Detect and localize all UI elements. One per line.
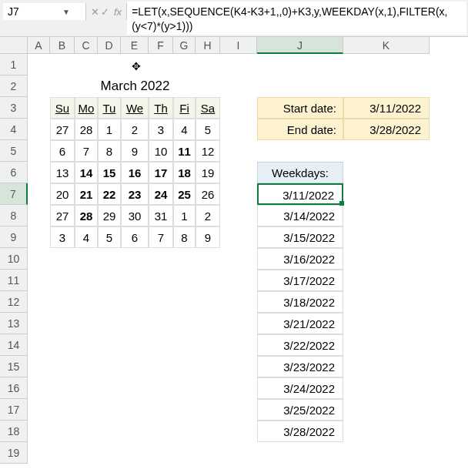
calendar-cell: 14 [75, 162, 98, 183]
col-header-J[interactable]: J [257, 37, 343, 54]
col-header-G[interactable]: G [173, 37, 196, 54]
calendar-cell: 8 [98, 140, 121, 162]
row-header-1[interactable]: 1 [0, 54, 28, 75]
name-box-input[interactable] [3, 5, 57, 18]
calendar-cell: 17 [149, 162, 173, 183]
calendar-cell: 13 [50, 162, 75, 183]
row-header-13[interactable]: 13 [0, 313, 28, 334]
calendar-cell: 6 [50, 140, 75, 162]
col-header-C[interactable]: C [75, 37, 98, 54]
calendar-dayhead-Su: Su [50, 97, 75, 119]
calendar-title: March 2022 [50, 75, 220, 97]
calendar-cell: 25 [173, 183, 196, 205]
calendar-cell: 15 [98, 162, 121, 183]
formula-input[interactable]: =LET(x,SEQUENCE(K4-K3+1,,0)+K3,y,WEEKDAY… [127, 2, 466, 35]
calendar-cell: 24 [149, 183, 173, 205]
accept-icon[interactable]: ✓ [101, 6, 109, 18]
calendar-cell: 8 [173, 226, 196, 248]
col-header-H[interactable]: H [196, 37, 220, 54]
calendar-cell: 16 [121, 162, 149, 183]
select-all-corner[interactable] [0, 37, 28, 54]
end-date-label: End date: [257, 119, 343, 140]
weekday-cell[interactable]: 3/24/2022 [257, 377, 343, 399]
col-header-D[interactable]: D [98, 37, 121, 54]
calendar-cell: 5 [98, 226, 121, 248]
weekday-cell[interactable]: 3/25/2022 [257, 399, 343, 421]
calendar-cell: 11 [173, 140, 196, 162]
cancel-icon[interactable]: ✕ [91, 6, 99, 18]
calendar-cell: 30 [121, 205, 149, 226]
chevron-down-icon[interactable]: ▼ [57, 8, 75, 16]
row-header-18[interactable]: 18 [0, 421, 28, 442]
formula-buttons: ✕ ✓ fx [86, 3, 127, 20]
start-date-label: Start date: [257, 97, 343, 119]
calendar-dayhead-Th: Th [149, 97, 173, 119]
calendar-cell: 5 [196, 119, 220, 140]
calendar-cell: 12 [196, 140, 220, 162]
calendar-dayhead-We: We [121, 97, 149, 119]
calendar-dayhead-Fi: Fi [173, 97, 196, 119]
calendar-cell: 1 [98, 119, 121, 140]
weekday-cell[interactable]: 3/28/2022 [257, 421, 343, 442]
calendar-cell: 22 [98, 183, 121, 205]
calendar-cell: 20 [50, 183, 75, 205]
calendar-cell: 31 [149, 205, 173, 226]
col-header-B[interactable]: B [50, 37, 75, 54]
calendar-cell: 26 [196, 183, 220, 205]
fx-icon[interactable]: fx [111, 6, 122, 18]
name-box[interactable]: ▼ [3, 3, 86, 20]
calendar-cell: 23 [121, 183, 149, 205]
weekdays-label: Weekdays: [257, 162, 343, 183]
end-date-value[interactable]: 3/28/2022 [343, 119, 430, 140]
col-header-K[interactable]: K [343, 37, 430, 54]
calendar-cell: 4 [75, 226, 98, 248]
calendar-cell: 7 [75, 140, 98, 162]
calendar-cell: 27 [50, 205, 75, 226]
calendar-cell: 27 [50, 119, 75, 140]
col-header-A[interactable]: A [28, 37, 50, 54]
calendar-cell: 9 [121, 140, 149, 162]
calendar-cell: 18 [173, 162, 196, 183]
row-header-12[interactable]: 12 [0, 291, 28, 313]
row-header-19[interactable]: 19 [0, 442, 28, 464]
calendar-dayhead-Sa: Sa [196, 97, 220, 119]
row-header-14[interactable]: 14 [0, 334, 28, 356]
calendar-cell: 9 [196, 226, 220, 248]
calendar-cell: 2 [121, 119, 149, 140]
row-header-11[interactable]: 11 [0, 270, 28, 291]
row-header-16[interactable]: 16 [0, 377, 28, 399]
row-header-4[interactable]: 4 [0, 119, 28, 140]
calendar-cell: 21 [75, 183, 98, 205]
row-header-17[interactable]: 17 [0, 399, 28, 421]
calendar-cell: 1 [173, 205, 196, 226]
row-header-3[interactable]: 3 [0, 97, 28, 119]
row-header-2[interactable]: 2 [0, 75, 28, 97]
weekday-cell[interactable]: 3/16/2022 [257, 248, 343, 270]
calendar-cell: 2 [196, 205, 220, 226]
col-header-F[interactable]: F [149, 37, 173, 54]
weekday-cell[interactable]: 3/17/2022 [257, 270, 343, 291]
col-header-I[interactable]: I [220, 37, 257, 54]
weekday-cell[interactable]: 3/18/2022 [257, 291, 343, 313]
weekday-cell[interactable]: 3/22/2022 [257, 334, 343, 356]
row-header-7[interactable]: 7 [0, 183, 28, 205]
weekday-cell[interactable]: 3/23/2022 [257, 356, 343, 377]
weekday-cell[interactable]: 3/14/2022 [257, 205, 343, 226]
spreadsheet-grid[interactable]: ✥ ABCDEFGHIJK123456789101112131415161718… [0, 37, 468, 464]
row-header-5[interactable]: 5 [0, 140, 28, 162]
row-header-15[interactable]: 15 [0, 356, 28, 377]
row-header-9[interactable]: 9 [0, 226, 28, 248]
calendar-cell: 3 [50, 226, 75, 248]
weekday-cell[interactable]: 3/11/2022 [257, 183, 343, 205]
calendar-dayhead-Mo: Mo [75, 97, 98, 119]
start-date-value[interactable]: 3/11/2022 [343, 97, 430, 119]
calendar-cell: 7 [149, 226, 173, 248]
weekday-cell[interactable]: 3/21/2022 [257, 313, 343, 334]
row-header-8[interactable]: 8 [0, 205, 28, 226]
weekday-cell[interactable]: 3/15/2022 [257, 226, 343, 248]
col-header-E[interactable]: E [121, 37, 149, 54]
row-header-10[interactable]: 10 [0, 248, 28, 270]
cursor-icon: ✥ [132, 60, 141, 72]
row-header-6[interactable]: 6 [0, 162, 28, 183]
calendar-cell: 3 [149, 119, 173, 140]
